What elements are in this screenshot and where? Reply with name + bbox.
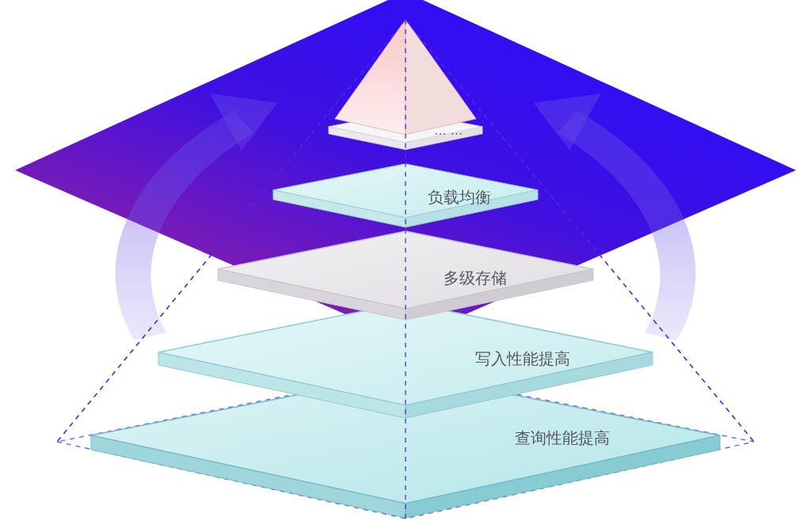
layer-4-label: 负载均衡 <box>428 188 491 206</box>
layer-3-label: 多级存储 <box>444 269 507 287</box>
layer-2-label: 写入性能提高 <box>475 350 570 367</box>
pyramid-diagram: 查询性能提高 写入性能提高 多级存储 负载均衡 … … <box>0 0 811 532</box>
layer-1-label: 查询性能提高 <box>515 429 610 446</box>
